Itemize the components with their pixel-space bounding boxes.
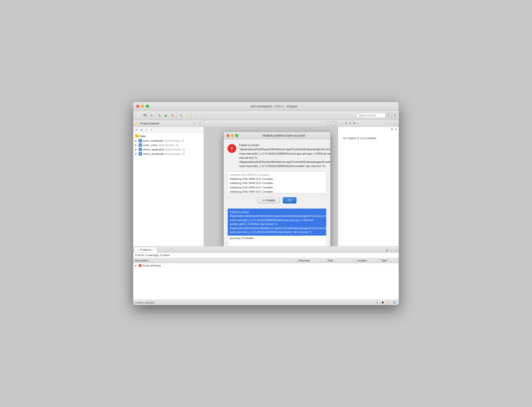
status-icons: 🔍 🎓 ✏️ ⚙️ — [374, 301, 397, 305]
log-line-1: Initializing GNU ARM GCC Compiler... — [230, 173, 324, 177]
print-button[interactable]: 🖨 — [148, 112, 154, 118]
minimize-panel-button[interactable]: – — [192, 121, 196, 125]
col-location[interactable]: Location — [355, 258, 379, 263]
errors-path-cell — [326, 263, 355, 268]
perspective-debug-button[interactable]: ☰ — [392, 113, 397, 118]
modal-traffic-lights — [227, 134, 238, 137]
main-toolbar: 📄 💾 🖨 🐛 ▶ ■ 🔨 ✨ ← → Quick Access C ☰ — [133, 111, 399, 120]
save-button[interactable]: 💾 — [142, 112, 148, 118]
file-toolbar-group: 📄 💾 🖨 — [135, 112, 155, 118]
project-explorer-header: 📁 Project Explorer – □ — [133, 120, 204, 127]
eclipse-window: stm-workbench - C/C++ - Eclipse 📄 💾 🖨 🐛 … — [133, 102, 399, 305]
errors-type-cell — [379, 263, 399, 268]
window-title: stm-workbench - C/C++ - Eclipse — [152, 104, 396, 108]
panel-max-button[interactable]: □ — [394, 249, 398, 252]
modal-title: Multiple problems have occurred — [240, 134, 327, 137]
core-section: Core — [133, 134, 204, 139]
expand-arrow: ▶ — [135, 148, 138, 151]
sort-arrow: ↑ — [150, 259, 151, 262]
outline-x-button[interactable]: ✕ — [348, 121, 352, 125]
project-explorer-panel: 📁 Project Explorer – □ ⊟ 🔗 ▽ ▾ Core — [133, 120, 204, 246]
status-icon-3[interactable]: ✏️ — [386, 301, 391, 305]
debug-button[interactable]: 🐛 — [157, 112, 163, 118]
editor-area: – □ Multiple problems have o — [204, 120, 338, 246]
collapse-all-button[interactable]: ⊟ — [134, 128, 139, 132]
tab-close-button[interactable]: ✕ — [152, 249, 154, 251]
outline-collapse-button[interactable]: ▼ — [390, 127, 394, 131]
modal-close-button[interactable] — [227, 134, 229, 137]
new-button[interactable]: 📄 — [136, 112, 142, 118]
details-button[interactable]: << Details — [257, 197, 280, 204]
debug-toolbar-group: 🐛 ▶ ■ — [156, 112, 177, 118]
close-button[interactable] — [136, 105, 139, 108]
log-line-2: Initializing GNU ARM GCC Compiler... — [230, 177, 324, 181]
modal-title-bar: Multiple problems have occurred — [224, 132, 330, 139]
modal-detail-selected-text: Failed to extract '/Applications/Ac6/Sys… — [228, 209, 326, 236]
run-button[interactable]: ▶ — [163, 112, 169, 118]
perspective-button[interactable]: C — [386, 113, 391, 118]
col-type[interactable]: Type — [379, 258, 399, 263]
minimize-button[interactable] — [141, 105, 144, 108]
link-editor-button[interactable]: 🔗 — [139, 128, 143, 132]
status-icon-4[interactable]: ⚙️ — [392, 301, 397, 305]
modal-detail-area[interactable]: Failed to extract '/Applications/Ac6/Sys… — [228, 208, 326, 246]
maximize-panel-button[interactable]: □ — [198, 121, 202, 125]
log-line-5: Initializing GNU ARM GCC Compiler... — [230, 190, 324, 193]
tree-item-senior-bootloader[interactable]: ▶ C senior_bootloader [kurt2 develop ↓5] — [133, 152, 204, 156]
modal-error-row: ! Failed to extract '/Applications/Ac6/S… — [228, 143, 326, 168]
modal-log-area[interactable]: Initializing GNU ARM GCC Compiler... Ini… — [228, 171, 326, 193]
outline-minimize-button[interactable]: – — [388, 121, 391, 125]
tree-item-junior-bootloader[interactable]: ▶ C junior_bootloader [kurt2 develop ↓5] — [133, 139, 204, 143]
log-line-3: Initializing GNU ARM GCC Compiler... — [230, 181, 324, 185]
table-row-errors[interactable]: ▶ ✕ Errors (8 items) — [133, 263, 399, 268]
bottom-tabs: ⚠ Problems ✕ ▼ – □ — [133, 246, 399, 253]
project-toolbar: ⊟ 🔗 ▽ ▾ — [133, 127, 204, 133]
filter-button[interactable]: ▽ — [144, 128, 148, 132]
modal-minimize-button[interactable] — [231, 134, 234, 137]
panel-minimize-icon[interactable]: ▼ — [385, 249, 389, 252]
expand-errors-arrow[interactable]: ▶ — [135, 264, 138, 267]
editor-minimize-button[interactable]: – — [326, 121, 330, 125]
col-path[interactable]: Path — [326, 258, 355, 263]
build-toolbar-group: 🔨 ✨ — [177, 112, 191, 118]
errors-location-cell — [355, 263, 379, 268]
editor-content: Multiple problems have occurred ! Failed… — [204, 127, 338, 246]
quick-access-input[interactable]: Quick Access — [356, 113, 386, 118]
errors-description-cell: ▶ ✕ Errors (8 items) — [133, 263, 296, 268]
col-description[interactable]: Description ↑ — [133, 258, 296, 263]
status-icon-1[interactable]: 🔍 — [374, 301, 379, 305]
stop-button[interactable]: ■ — [170, 112, 175, 118]
status-bar: 0 items selected 🔍 🎓 ✏️ ⚙️ — [133, 300, 399, 305]
outline-menu-button[interactable]: ▾ — [394, 127, 398, 131]
maximize-button[interactable] — [146, 105, 149, 108]
tree-item-junior-motor[interactable]: ▶ C junior_motor [kurt2 develop ↓5] — [133, 143, 204, 147]
main-area: 📁 Project Explorer – □ ⊟ 🔗 ▽ ▾ Core — [133, 120, 399, 246]
clean-button[interactable]: ✨ — [184, 112, 190, 118]
status-icon-2[interactable]: 🎓 — [380, 301, 385, 305]
ok-button[interactable]: OK — [283, 197, 296, 204]
modal-body: ! Failed to extract '/Applications/Ac6/S… — [224, 139, 330, 246]
tree-item-senior-application[interactable]: ▶ C senior_application [kurt2 develop ↓5… — [133, 147, 204, 152]
expand-arrow: ▶ — [135, 144, 138, 146]
editor-maximize-button[interactable]: □ — [332, 121, 336, 125]
editor-toolbar: – □ — [204, 120, 338, 127]
errors-resource-cell — [296, 263, 326, 268]
outline-sync-button[interactable]: ↕ — [340, 121, 344, 125]
tab-problems[interactable]: ⚠ Problems ✕ — [134, 247, 157, 252]
expand-arrow: ▶ — [135, 139, 138, 142]
build-button[interactable]: 🔨 — [178, 112, 184, 118]
modal-buttons: << Details OK — [228, 196, 326, 205]
back-button[interactable]: ← — [193, 112, 199, 118]
view-menu-button[interactable]: ▾ — [149, 128, 153, 132]
traffic-lights — [136, 105, 149, 108]
project-icon: C — [139, 148, 142, 151]
project-explorer-title: Project Explorer — [140, 122, 191, 125]
nav-toolbar-group: ← → — [192, 112, 206, 118]
forward-button[interactable]: → — [199, 112, 205, 118]
project-tree: Core ▶ C junior_bootloader [kurt2 develo… — [133, 133, 204, 246]
outline-maximize-button[interactable]: □ — [393, 121, 397, 125]
modal-overlay: Multiple problems have occurred ! Failed… — [204, 127, 338, 246]
panel-min-button[interactable]: – — [390, 249, 393, 252]
col-resource[interactable]: Resource — [296, 258, 326, 263]
modal-maximize-button[interactable] — [235, 134, 238, 137]
